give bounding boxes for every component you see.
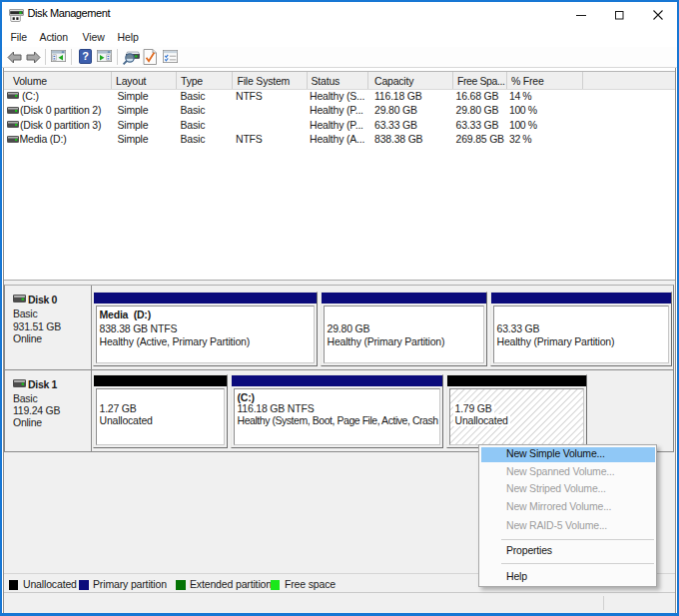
svg-text:?: ? [82, 50, 89, 62]
